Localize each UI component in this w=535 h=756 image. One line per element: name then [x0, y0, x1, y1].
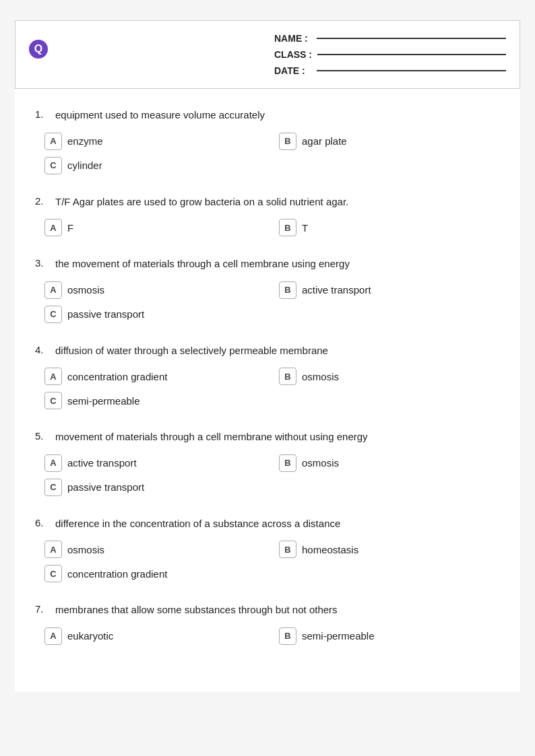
question-row: 3.the movement of materials through a ce… [35, 256, 500, 272]
answer-badge: B [279, 541, 296, 558]
question-number: 1. [35, 108, 55, 120]
field-line [317, 70, 506, 71]
question-row: 6.difference in the concentration of a s… [35, 516, 500, 532]
field-label: CLASS : [274, 49, 312, 60]
answer-text: semi-permeable [67, 395, 140, 407]
question-block: 3.the movement of materials through a ce… [35, 256, 500, 323]
answer-text: passive transport [67, 308, 144, 320]
answer-item: Bosmosis [279, 454, 500, 472]
answer-text: eukaryotic [67, 630, 113, 642]
answer-item: Bactive transport [279, 281, 500, 299]
question-block: 2.T/F Agar plates are used to grow bacte… [35, 195, 500, 237]
header-left: Q [29, 33, 261, 76]
answers-grid: AenzymeBagar plateCcylinder [35, 133, 500, 174]
answer-item: Bagar plate [279, 133, 500, 150]
answers-grid: AeukaryoticBsemi-permeable [35, 627, 500, 645]
answer-item: Cpassive transport [44, 479, 500, 496]
answer-badge: A [44, 627, 62, 645]
answer-item: Bosmosis [279, 368, 500, 385]
field-line [317, 38, 506, 39]
question-text: diffusion of water through a selectively… [55, 343, 328, 359]
answer-badge: B [279, 368, 296, 385]
answer-text: T [302, 222, 308, 234]
question-text: the movement of materials through a cell… [55, 256, 350, 272]
answer-badge: B [279, 281, 296, 299]
answer-text: agar plate [302, 135, 347, 147]
answer-badge: C [44, 479, 62, 496]
question-row: 2.T/F Agar plates are used to grow bacte… [35, 195, 500, 210]
question-block: 5.movement of materials through a cell m… [35, 429, 500, 496]
answer-text: cylinder [67, 160, 102, 171]
answer-text: semi-permeable [302, 630, 375, 642]
answer-badge: B [279, 219, 296, 236]
answer-text: active transport [67, 457, 137, 469]
question-row: 1.equipment used to measure volume accur… [35, 108, 500, 123]
question-number: 4. [35, 343, 55, 355]
answer-item: Cpassive transport [44, 306, 500, 323]
answer-item: Csemi-permeable [44, 392, 500, 409]
field-row: NAME : [274, 33, 506, 44]
answer-badge: B [279, 454, 296, 472]
question-block: 7.membranes that allow some substances t… [35, 603, 500, 645]
answer-item: Aosmosis [44, 541, 265, 558]
answer-item: Aosmosis [44, 281, 265, 299]
answer-text: osmosis [302, 457, 339, 469]
question-row: 7.membranes that allow some substances t… [35, 603, 500, 618]
answer-text: enzyme [67, 135, 103, 147]
answer-badge: A [44, 541, 62, 558]
field-row: CLASS : [274, 49, 506, 60]
question-block: 6.difference in the concentration of a s… [35, 516, 500, 583]
answer-badge: A [44, 454, 62, 472]
answer-badge: C [44, 565, 62, 582]
answers-grid: AosmosisBactive transportCpassive transp… [35, 281, 500, 323]
answer-item: AF [44, 219, 265, 236]
answers-grid: AosmosisBhomeostasisCconcentration gradi… [35, 541, 500, 582]
answer-badge: C [44, 157, 62, 174]
answer-item: Aenzyme [44, 133, 265, 150]
answer-item: Bhomeostasis [279, 541, 500, 558]
answers-grid: AFBT [35, 219, 500, 236]
answer-item: Aconcentration gradient [44, 368, 265, 385]
answer-text: concentration gradient [67, 568, 167, 580]
question-text: difference in the concentration of a sub… [55, 516, 340, 532]
answer-item: BT [279, 219, 500, 236]
answer-badge: A [44, 281, 62, 299]
question-row: 5.movement of materials through a cell m… [35, 429, 500, 445]
logo-icon: Q [29, 40, 48, 59]
answer-item: Cconcentration gradient [44, 565, 500, 582]
questions-container: 1.equipment used to measure volume accur… [15, 108, 520, 645]
answer-text: F [67, 222, 73, 234]
header-right: NAME :CLASS :DATE : [261, 33, 506, 76]
question-block: 4.diffusion of water through a selective… [35, 343, 500, 410]
field-label: DATE : [274, 65, 311, 76]
answer-badge: A [44, 133, 62, 150]
question-text: movement of materials through a cell mem… [55, 429, 368, 445]
field-row: DATE : [274, 65, 506, 76]
answer-badge: C [44, 306, 62, 323]
question-number: 6. [35, 516, 55, 528]
answer-text: osmosis [67, 544, 104, 555]
answer-text: osmosis [67, 284, 104, 296]
question-number: 3. [35, 256, 55, 269]
field-label: NAME : [274, 33, 311, 44]
answer-text: passive transport [67, 481, 144, 493]
answer-badge: A [44, 368, 62, 385]
answer-badge: B [279, 133, 296, 150]
question-number: 7. [35, 603, 55, 615]
question-row: 4.diffusion of water through a selective… [35, 343, 500, 359]
answer-text: osmosis [302, 371, 339, 382]
answers-grid: Aconcentration gradientBosmosisCsemi-per… [35, 368, 500, 409]
question-number: 5. [35, 429, 55, 442]
question-text: equipment used to measure volume accurat… [55, 108, 265, 123]
answer-text: concentration gradient [67, 371, 167, 382]
field-line [317, 54, 506, 55]
answer-item: Ccylinder [44, 157, 500, 174]
question-block: 1.equipment used to measure volume accur… [35, 108, 500, 174]
answers-grid: Aactive transportBosmosisCpassive transp… [35, 454, 500, 496]
logo: Q [29, 40, 261, 59]
question-text: membranes that allow some substances thr… [55, 603, 338, 618]
question-text: T/F Agar plates are used to grow bacteri… [55, 195, 348, 210]
answer-item: Bsemi-permeable [279, 627, 500, 645]
answer-item: Aactive transport [44, 454, 265, 472]
page: Q NAME :CLASS :DATE : 1.equipment used t… [15, 20, 520, 692]
